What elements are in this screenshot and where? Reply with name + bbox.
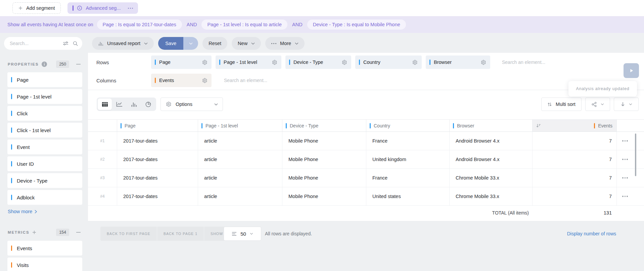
- cell-page-level: article: [198, 187, 282, 205]
- line-chart-view-button[interactable]: [112, 99, 126, 110]
- properties-list: Page Page - 1st level Click Click - 1st …: [7, 72, 82, 205]
- share-button[interactable]: [585, 98, 610, 111]
- cell-page: 2017-tour-dates: [117, 132, 198, 150]
- analysis-status-tooltip: Analysis already updated: [568, 81, 637, 96]
- chip-label: Browser: [434, 60, 452, 65]
- row-actions-button[interactable]: [616, 150, 644, 168]
- search-icon[interactable]: [73, 41, 78, 46]
- display-number-of-rows-link[interactable]: Display number of rows: [567, 227, 616, 241]
- chevron-down-icon: [251, 42, 255, 45]
- columns-search-input[interactable]: [216, 78, 620, 83]
- column-header-page-level[interactable]: Page - 1st level: [198, 120, 282, 131]
- play-icon: [628, 68, 634, 74]
- collapse-metrics-icon[interactable]: [76, 232, 81, 233]
- info-icon[interactable]: [42, 62, 47, 67]
- ellipsis-icon: [622, 177, 628, 179]
- property-item-device-type[interactable]: Device - Type: [7, 173, 82, 188]
- segment-more-icon[interactable]: [128, 8, 133, 9]
- table-scrollbar[interactable]: [635, 133, 636, 176]
- metric-item-visits[interactable]: Visits: [7, 258, 82, 271]
- pie-chart-view-button[interactable]: [141, 99, 155, 110]
- dimension-color-bar: [155, 60, 156, 65]
- row-chip-device-type[interactable]: Device - Type: [285, 55, 351, 69]
- new-label: New: [238, 41, 247, 46]
- row-chip-page-1st-level[interactable]: Page - 1st level: [216, 55, 281, 69]
- cell-browser: Chrome Mobile 33.x: [449, 169, 532, 187]
- bar-chart-view-button[interactable]: [127, 99, 141, 110]
- gear-icon[interactable]: [341, 60, 347, 65]
- back-to-first-page-button[interactable]: BACK TO FIRST PAGE: [100, 227, 157, 241]
- add-metric-icon[interactable]: [32, 230, 36, 234]
- rows-search-input[interactable]: [494, 60, 620, 65]
- new-report-button[interactable]: New: [232, 37, 261, 50]
- gear-icon[interactable]: [202, 78, 208, 83]
- cell-browser: Chrome Mobile 33.x: [449, 187, 532, 205]
- property-item-page[interactable]: Page: [7, 72, 82, 87]
- add-segment-button[interactable]: Add segment: [12, 2, 61, 14]
- filter-condition-page[interactable]: Page : Is equal to 2017-tour-dates: [97, 20, 182, 30]
- cell-browser: Android Browser 4.x: [449, 132, 532, 150]
- bar-chart-icon: [131, 102, 137, 107]
- back-to-page-1-button[interactable]: BACK TO PAGE 1: [157, 227, 204, 241]
- show-more-link[interactable]: Show more: [8, 209, 37, 214]
- cell-page-level: article: [198, 150, 282, 168]
- column-header-events[interactable]: Events: [532, 120, 616, 131]
- table-view-button[interactable]: [98, 99, 112, 110]
- filter-condition-page-level[interactable]: Page - 1st level : Is equal to article: [201, 20, 287, 30]
- column-header-label: Device - Type: [290, 123, 318, 128]
- segment-bar: Add segment Advanced seg...: [0, 0, 644, 16]
- run-analysis-button[interactable]: [624, 63, 639, 78]
- cell-device-type: Mobile Phone: [282, 150, 366, 168]
- column-chip-events[interactable]: Events: [151, 74, 212, 87]
- filter-sliders-icon[interactable]: [63, 41, 68, 46]
- sort-descending-icon[interactable]: [536, 123, 541, 128]
- property-item-page-1st-level[interactable]: Page - 1st level: [7, 89, 82, 104]
- row-chip-country[interactable]: Country: [355, 55, 422, 69]
- property-item-click-1st-level[interactable]: Click - 1st level: [7, 123, 82, 138]
- row-actions-button[interactable]: [616, 187, 644, 205]
- column-header-label: Browser: [457, 123, 474, 128]
- download-button[interactable]: [614, 98, 639, 111]
- multi-sort-button[interactable]: Multi sort: [541, 98, 582, 111]
- rows-label: Rows: [96, 60, 151, 65]
- row-chip-browser[interactable]: Browser: [426, 55, 490, 69]
- property-item-adblock[interactable]: Adblock: [7, 190, 82, 205]
- more-label: More: [280, 41, 291, 46]
- sidebar-search[interactable]: [4, 37, 82, 50]
- property-color-bar: [11, 161, 12, 166]
- column-header-country[interactable]: Country: [366, 120, 449, 131]
- row-chip-page[interactable]: Page: [151, 55, 212, 69]
- options-button[interactable]: Options: [160, 98, 223, 111]
- row-actions-button[interactable]: [616, 132, 644, 150]
- column-header-page[interactable]: Page: [117, 120, 198, 131]
- save-options-button[interactable]: [183, 37, 198, 50]
- sidebar-search-input[interactable]: [10, 41, 63, 46]
- save-button[interactable]: Save: [158, 37, 183, 50]
- property-item-event[interactable]: Event: [7, 140, 82, 154]
- chevron-down-icon: [144, 42, 148, 45]
- content-area: Unsaved report Save Reset New: [88, 33, 644, 271]
- gear-icon[interactable]: [272, 60, 277, 65]
- reset-button[interactable]: Reset: [202, 37, 227, 50]
- gear-icon[interactable]: [412, 60, 418, 65]
- save-label: Save: [165, 41, 176, 46]
- report-selector-button[interactable]: Unsaved report: [92, 37, 154, 50]
- more-actions-button[interactable]: More: [265, 37, 305, 50]
- show-more-label: Show more: [8, 209, 32, 214]
- filter-condition-device[interactable]: Device - Type : Is equal to Mobile Phone: [307, 20, 406, 30]
- property-item-user-id[interactable]: User ID: [7, 156, 82, 171]
- property-item-click[interactable]: Click: [7, 106, 82, 121]
- total-label: TOTAL (All items): [88, 210, 532, 216]
- page-size-selector[interactable]: 50: [224, 227, 261, 241]
- gear-icon[interactable]: [202, 60, 208, 65]
- column-header-device-type[interactable]: Device - Type: [282, 120, 366, 131]
- ellipsis-icon: [622, 196, 628, 197]
- advanced-segment-pill[interactable]: Advanced seg...: [67, 2, 138, 14]
- property-color-bar: [11, 94, 12, 99]
- metric-item-events[interactable]: Events: [7, 241, 82, 256]
- column-header-browser[interactable]: Browser: [449, 120, 532, 131]
- gear-icon[interactable]: [480, 60, 486, 65]
- properties-count-badge: 250: [56, 61, 69, 68]
- collapse-properties-icon[interactable]: [76, 64, 81, 65]
- row-actions-button[interactable]: [616, 169, 644, 187]
